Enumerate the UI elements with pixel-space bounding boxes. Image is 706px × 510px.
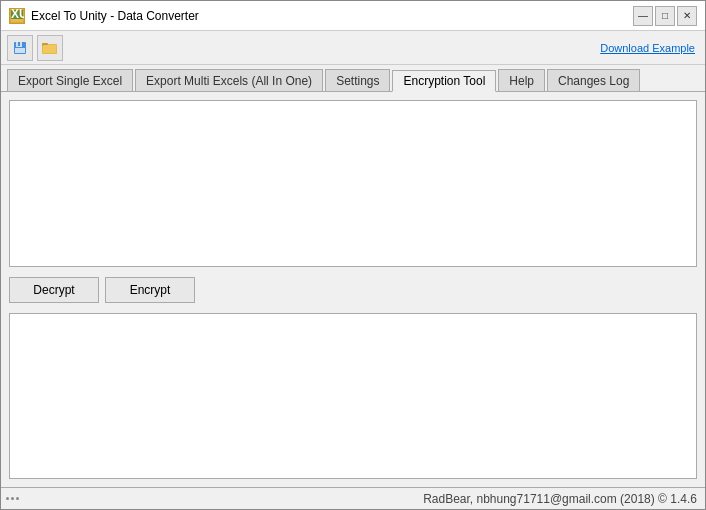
svg-text:XU: XU [11,9,24,21]
decrypt-button[interactable]: Decrypt [9,277,99,303]
dot1 [6,497,9,500]
svg-rect-6 [15,48,25,53]
save-button[interactable] [7,35,33,61]
title-bar: XU Excel To Unity - Data Converter — □ ✕ [1,1,705,31]
svg-rect-9 [43,45,56,53]
folder-icon [42,41,58,55]
status-dots [6,497,22,500]
save-icon [13,41,27,55]
status-text: RadBear, nbhung71711@gmail.com (2018) © … [423,492,697,506]
maximize-button[interactable]: □ [655,6,675,26]
window-controls: — □ ✕ [633,6,697,26]
toolbar: Download Example [1,31,705,65]
tab-encryption-tool[interactable]: Encryption Tool [392,70,496,92]
minimize-button[interactable]: — [633,6,653,26]
tab-settings[interactable]: Settings [325,69,390,91]
dot2 [11,497,14,500]
buttons-row: Decrypt Encrypt [9,275,697,305]
output-textarea[interactable] [9,313,697,480]
tab-export-single[interactable]: Export Single Excel [7,69,133,91]
status-bar: RadBear, nbhung71711@gmail.com (2018) © … [1,487,705,509]
tab-export-multi[interactable]: Export Multi Excels (All In One) [135,69,323,91]
app-icon: XU [9,8,25,24]
tab-changes-log[interactable]: Changes Log [547,69,640,91]
main-content: Decrypt Encrypt [1,92,705,487]
download-example-link[interactable]: Download Example [600,42,695,54]
dot3 [16,497,19,500]
close-button[interactable]: ✕ [677,6,697,26]
window-title: Excel To Unity - Data Converter [31,9,633,23]
svg-rect-5 [18,42,20,46]
tab-help[interactable]: Help [498,69,545,91]
input-textarea[interactable] [9,100,697,267]
tabs-bar: Export Single Excel Export Multi Excels … [1,65,705,92]
open-button[interactable] [37,35,63,61]
main-window: XU Excel To Unity - Data Converter — □ ✕ [0,0,706,510]
encrypt-button[interactable]: Encrypt [105,277,195,303]
